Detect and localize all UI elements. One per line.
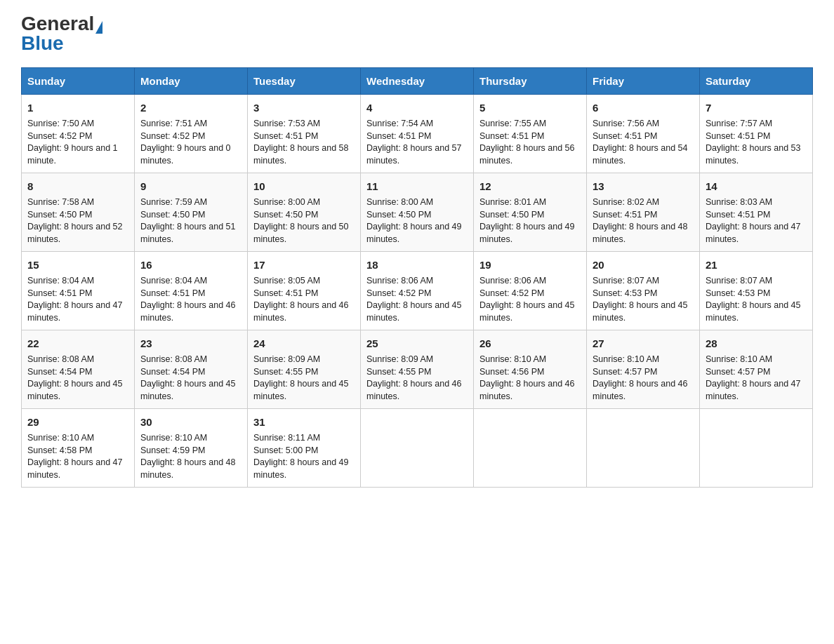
logo-line1: General bbox=[21, 14, 102, 34]
day-info: Sunrise: 8:10 AMSunset: 4:59 PMDaylight:… bbox=[140, 433, 236, 480]
day-info: Sunrise: 7:56 AMSunset: 4:51 PMDaylight:… bbox=[593, 119, 688, 166]
day-number: 12 bbox=[479, 179, 581, 194]
calendar-cell: 9Sunrise: 7:59 AMSunset: 4:50 PMDaylight… bbox=[135, 173, 248, 252]
day-info: Sunrise: 8:02 AMSunset: 4:51 PMDaylight:… bbox=[593, 197, 688, 244]
day-info: Sunrise: 8:00 AMSunset: 4:50 PMDaylight:… bbox=[253, 197, 349, 244]
day-number: 25 bbox=[366, 336, 468, 351]
day-info: Sunrise: 8:10 AMSunset: 4:58 PMDaylight:… bbox=[27, 433, 123, 480]
col-header-wednesday: Wednesday bbox=[361, 68, 474, 95]
calendar-cell: 26Sunrise: 8:10 AMSunset: 4:56 PMDayligh… bbox=[474, 330, 587, 409]
col-header-sunday: Sunday bbox=[22, 68, 135, 95]
day-info: Sunrise: 8:07 AMSunset: 4:53 PMDaylight:… bbox=[706, 276, 801, 323]
calendar-cell: 29Sunrise: 8:10 AMSunset: 4:58 PMDayligh… bbox=[22, 409, 135, 488]
day-number: 1 bbox=[27, 100, 128, 115]
day-number: 7 bbox=[706, 100, 807, 115]
day-info: Sunrise: 8:03 AMSunset: 4:51 PMDaylight:… bbox=[706, 197, 801, 244]
day-info: Sunrise: 7:58 AMSunset: 4:50 PMDaylight:… bbox=[27, 197, 123, 244]
logo-line2: Blue bbox=[21, 34, 64, 53]
calendar-cell: 8Sunrise: 7:58 AMSunset: 4:50 PMDaylight… bbox=[22, 173, 135, 252]
calendar-cell: 21Sunrise: 8:07 AMSunset: 4:53 PMDayligh… bbox=[700, 252, 813, 330]
day-number: 26 bbox=[479, 336, 581, 351]
calendar-cell: 30Sunrise: 8:10 AMSunset: 4:59 PMDayligh… bbox=[135, 409, 248, 488]
day-info: Sunrise: 8:00 AMSunset: 4:50 PMDaylight:… bbox=[366, 197, 462, 244]
calendar-cell: 15Sunrise: 8:04 AMSunset: 4:51 PMDayligh… bbox=[22, 252, 135, 330]
day-info: Sunrise: 8:10 AMSunset: 4:56 PMDaylight:… bbox=[479, 354, 575, 401]
day-info: Sunrise: 8:05 AMSunset: 4:51 PMDaylight:… bbox=[253, 276, 349, 323]
day-info: Sunrise: 8:10 AMSunset: 4:57 PMDaylight:… bbox=[593, 354, 688, 401]
day-number: 16 bbox=[140, 257, 241, 272]
calendar-cell: 17Sunrise: 8:05 AMSunset: 4:51 PMDayligh… bbox=[248, 252, 361, 330]
calendar-cell: 31Sunrise: 8:11 AMSunset: 5:00 PMDayligh… bbox=[248, 409, 361, 488]
day-info: Sunrise: 8:04 AMSunset: 4:51 PMDaylight:… bbox=[27, 276, 123, 323]
calendar-cell: 22Sunrise: 8:08 AMSunset: 4:54 PMDayligh… bbox=[22, 330, 135, 409]
day-info: Sunrise: 8:06 AMSunset: 4:52 PMDaylight:… bbox=[479, 276, 575, 323]
day-number: 8 bbox=[27, 179, 128, 194]
calendar-cell: 3Sunrise: 7:53 AMSunset: 4:51 PMDaylight… bbox=[248, 95, 361, 173]
day-number: 11 bbox=[366, 179, 468, 194]
day-info: Sunrise: 8:10 AMSunset: 4:57 PMDaylight:… bbox=[706, 354, 801, 401]
calendar-cell: 23Sunrise: 8:08 AMSunset: 4:54 PMDayligh… bbox=[135, 330, 248, 409]
header-row: SundayMondayTuesdayWednesdayThursdayFrid… bbox=[22, 68, 813, 95]
day-info: Sunrise: 7:59 AMSunset: 4:50 PMDaylight:… bbox=[140, 197, 236, 244]
day-info: Sunrise: 7:55 AMSunset: 4:51 PMDaylight:… bbox=[479, 119, 575, 166]
calendar-cell: 7Sunrise: 7:57 AMSunset: 4:51 PMDaylight… bbox=[700, 95, 813, 173]
calendar-row: 1Sunrise: 7:50 AMSunset: 4:52 PMDaylight… bbox=[22, 95, 813, 173]
calendar-cell: 5Sunrise: 7:55 AMSunset: 4:51 PMDaylight… bbox=[474, 95, 587, 173]
day-number: 6 bbox=[593, 100, 694, 115]
calendar-cell: 12Sunrise: 8:01 AMSunset: 4:50 PMDayligh… bbox=[474, 173, 587, 252]
calendar-cell: 28Sunrise: 8:10 AMSunset: 4:57 PMDayligh… bbox=[700, 330, 813, 409]
day-info: Sunrise: 8:06 AMSunset: 4:52 PMDaylight:… bbox=[366, 276, 462, 323]
calendar-cell: 10Sunrise: 8:00 AMSunset: 4:50 PMDayligh… bbox=[248, 173, 361, 252]
logo: General Blue bbox=[21, 14, 102, 53]
day-number: 21 bbox=[706, 257, 807, 272]
day-info: Sunrise: 8:09 AMSunset: 4:55 PMDaylight:… bbox=[366, 354, 462, 401]
col-header-friday: Friday bbox=[587, 68, 700, 95]
day-info: Sunrise: 8:08 AMSunset: 4:54 PMDaylight:… bbox=[27, 354, 123, 401]
day-number: 13 bbox=[593, 179, 694, 194]
calendar-cell: 14Sunrise: 8:03 AMSunset: 4:51 PMDayligh… bbox=[700, 173, 813, 252]
calendar-cell: 11Sunrise: 8:00 AMSunset: 4:50 PMDayligh… bbox=[361, 173, 474, 252]
day-number: 20 bbox=[593, 257, 694, 272]
calendar-cell: 13Sunrise: 8:02 AMSunset: 4:51 PMDayligh… bbox=[587, 173, 700, 252]
col-header-saturday: Saturday bbox=[700, 68, 813, 95]
calendar-cell: 4Sunrise: 7:54 AMSunset: 4:51 PMDaylight… bbox=[361, 95, 474, 173]
day-number: 17 bbox=[253, 257, 355, 272]
calendar-cell: 20Sunrise: 8:07 AMSunset: 4:53 PMDayligh… bbox=[587, 252, 700, 330]
day-number: 24 bbox=[253, 336, 355, 351]
day-number: 31 bbox=[253, 415, 355, 429]
col-header-tuesday: Tuesday bbox=[248, 68, 361, 95]
calendar-cell bbox=[587, 409, 700, 488]
day-info: Sunrise: 7:50 AMSunset: 4:52 PMDaylight:… bbox=[27, 119, 118, 166]
day-info: Sunrise: 8:01 AMSunset: 4:50 PMDaylight:… bbox=[479, 197, 575, 244]
page-header: General Blue bbox=[21, 14, 813, 53]
day-number: 18 bbox=[366, 257, 468, 272]
day-number: 5 bbox=[479, 100, 581, 115]
day-info: Sunrise: 8:04 AMSunset: 4:51 PMDaylight:… bbox=[140, 276, 236, 323]
calendar-cell: 27Sunrise: 8:10 AMSunset: 4:57 PMDayligh… bbox=[587, 330, 700, 409]
calendar-row: 8Sunrise: 7:58 AMSunset: 4:50 PMDaylight… bbox=[22, 173, 813, 252]
day-info: Sunrise: 7:53 AMSunset: 4:51 PMDaylight:… bbox=[253, 119, 349, 166]
calendar-cell: 25Sunrise: 8:09 AMSunset: 4:55 PMDayligh… bbox=[361, 330, 474, 409]
day-number: 4 bbox=[366, 100, 468, 115]
col-header-thursday: Thursday bbox=[474, 68, 587, 95]
calendar-cell bbox=[361, 409, 474, 488]
logo-general-text: General bbox=[21, 13, 94, 34]
day-info: Sunrise: 7:51 AMSunset: 4:52 PMDaylight:… bbox=[140, 119, 231, 166]
calendar-cell: 6Sunrise: 7:56 AMSunset: 4:51 PMDaylight… bbox=[587, 95, 700, 173]
day-number: 23 bbox=[140, 336, 241, 351]
day-number: 28 bbox=[706, 336, 807, 351]
calendar-cell: 18Sunrise: 8:06 AMSunset: 4:52 PMDayligh… bbox=[361, 252, 474, 330]
calendar-cell: 1Sunrise: 7:50 AMSunset: 4:52 PMDaylight… bbox=[22, 95, 135, 173]
day-number: 30 bbox=[140, 415, 241, 429]
logo-blue-text: Blue bbox=[21, 32, 64, 54]
day-number: 29 bbox=[27, 415, 128, 429]
day-number: 3 bbox=[253, 100, 355, 115]
logo-triangle-icon bbox=[95, 21, 102, 34]
calendar-cell: 16Sunrise: 8:04 AMSunset: 4:51 PMDayligh… bbox=[135, 252, 248, 330]
calendar-row: 15Sunrise: 8:04 AMSunset: 4:51 PMDayligh… bbox=[22, 252, 813, 330]
day-info: Sunrise: 7:57 AMSunset: 4:51 PMDaylight:… bbox=[706, 119, 801, 166]
calendar-cell bbox=[700, 409, 813, 488]
calendar-cell: 2Sunrise: 7:51 AMSunset: 4:52 PMDaylight… bbox=[135, 95, 248, 173]
calendar-cell bbox=[474, 409, 587, 488]
calendar-cell: 24Sunrise: 8:09 AMSunset: 4:55 PMDayligh… bbox=[248, 330, 361, 409]
